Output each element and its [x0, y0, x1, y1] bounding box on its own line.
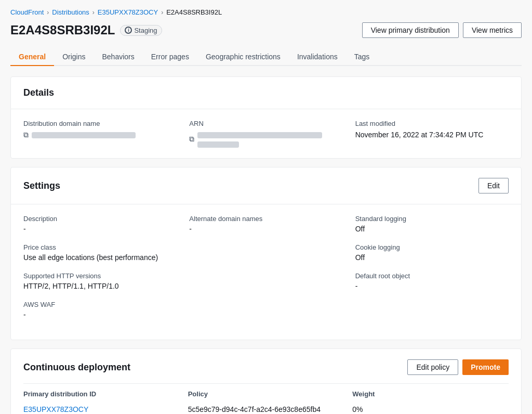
arn-field: ARN ⧉ — [189, 120, 342, 148]
cookie-logging-group: Cookie logging Off — [355, 243, 509, 262]
arn-value-line2 — [197, 141, 239, 148]
domain-name-label: Distribution domain name — [23, 120, 177, 127]
aws-waf-value: - — [23, 310, 177, 319]
cd-col-header-policy: Policy — [188, 390, 344, 398]
details-grid: Distribution domain name ⧉ ARN ⧉ Last mo… — [23, 120, 509, 148]
aws-waf-label: AWS WAF — [23, 301, 177, 308]
details-section: Details Distribution domain name ⧉ ARN ⧉ — [10, 76, 522, 159]
aws-waf-group: AWS WAF - — [23, 301, 177, 319]
alternate-domain-label: Alternate domain names — [189, 215, 342, 223]
domain-name-value — [32, 132, 136, 138]
settings-col-3: Standard logging Off Cookie logging Off … — [355, 215, 509, 329]
http-versions-value: HTTP/2, HTTP/1.1, HTTP/1.0 — [23, 282, 177, 290]
arn-value-line1 — [197, 132, 322, 138]
description-group: Description - — [23, 215, 177, 233]
http-versions-group: Supported HTTP versions HTTP/2, HTTP/1.1… — [23, 272, 177, 290]
http-versions-label: Supported HTTP versions — [23, 272, 177, 280]
settings-divider — [11, 204, 521, 204]
details-divider — [11, 109, 521, 109]
last-modified-value: November 16, 2022 at 7:34:42 PM UTC — [355, 131, 509, 139]
tab-invalidations[interactable]: Invalidations — [289, 48, 346, 66]
view-metrics-button[interactable]: View metrics — [463, 22, 522, 38]
cd-col-header-weight: Weight — [352, 390, 509, 398]
settings-col-1: Description - Price class Use all edge l… — [23, 215, 177, 329]
tab-general[interactable]: General — [10, 48, 54, 66]
tab-geographic-restrictions[interactable]: Geographic restrictions — [197, 48, 289, 66]
cd-title: Continuous deployment — [23, 362, 130, 373]
price-class-value: Use all edge locations (best performance… — [23, 253, 177, 262]
breadcrumb-sep-2: › — [92, 9, 95, 16]
page-title: E2A4S8SRB3I92L — [10, 23, 115, 37]
domain-name-field: Distribution domain name ⧉ — [23, 120, 177, 148]
settings-title: Settings — [23, 180, 60, 191]
price-class-group: Price class Use all edge locations (best… — [23, 243, 177, 262]
staging-badge: i Staging — [120, 25, 162, 36]
settings-section: Settings Edit Description - Price class … — [10, 167, 522, 340]
tab-tags[interactable]: Tags — [346, 48, 378, 66]
tabs: General Origins Behaviors Error pages Ge… — [10, 48, 522, 66]
breadcrumb-sep-3: › — [161, 9, 163, 16]
standard-logging-value: Off — [355, 225, 509, 233]
edit-policy-button[interactable]: Edit policy — [407, 359, 458, 375]
cd-table-header: Primary distribution ID Policy Weight — [23, 383, 509, 401]
copy-domain-icon[interactable]: ⧉ — [23, 131, 29, 139]
last-modified-label: Last modified — [355, 120, 509, 127]
cd-policy-value: 5c5e9c79-d94c-4c7f-a2c4-6e93c8e65fb4 — [188, 405, 344, 413]
details-title: Details — [23, 87, 54, 98]
breadcrumb-cloudfront[interactable]: CloudFront — [10, 8, 44, 16]
settings-grid: Description - Price class Use all edge l… — [23, 215, 509, 329]
settings-col-2: Alternate domain names - — [189, 215, 342, 329]
breadcrumb-distributions[interactable]: Distributions — [52, 8, 89, 16]
cd-col-header-primary-id: Primary distribution ID — [23, 390, 180, 398]
copy-arn-icon[interactable]: ⧉ — [189, 135, 194, 144]
page-title-area: E2A4S8SRB3I92L i Staging — [10, 23, 162, 37]
cookie-logging-label: Cookie logging — [355, 243, 509, 251]
description-label: Description — [23, 215, 177, 223]
cd-table-row: E35UPXX78Z3OCY 5c5e9c79-d94c-4c7f-a2c4-6… — [23, 401, 509, 414]
domain-name-copy-field: ⧉ — [23, 131, 177, 139]
tab-behaviors[interactable]: Behaviors — [94, 48, 143, 66]
alternate-domain-value: - — [189, 225, 342, 233]
cookie-logging-value: Off — [355, 253, 509, 262]
arn-label: ARN — [189, 120, 342, 127]
breadcrumb-sep-1: › — [47, 9, 49, 16]
default-root-object-label: Default root object — [355, 272, 509, 280]
page-header: E2A4S8SRB3I92L i Staging View primary di… — [10, 22, 522, 38]
tab-origins[interactable]: Origins — [54, 48, 94, 66]
tab-error-pages[interactable]: Error pages — [143, 48, 197, 66]
header-actions: View primary distribution View metrics — [362, 22, 522, 38]
description-value: - — [23, 225, 177, 233]
info-icon: i — [125, 27, 132, 34]
breadcrumb-current: E2A4S8SRB3I92L — [166, 8, 222, 16]
last-modified-field: Last modified November 16, 2022 at 7:34:… — [355, 120, 509, 148]
breadcrumb-primary-dist[interactable]: E35UPXX78Z3OCY — [98, 8, 158, 16]
staging-badge-label: Staging — [134, 27, 157, 34]
cd-actions: Edit policy Promote — [407, 359, 509, 375]
standard-logging-group: Standard logging Off — [355, 215, 509, 233]
continuous-deployment-section: Continuous deployment Edit policy Promot… — [10, 348, 522, 414]
view-primary-distribution-button[interactable]: View primary distribution — [362, 22, 459, 38]
cd-header: Continuous deployment Edit policy Promot… — [23, 359, 509, 375]
promote-button[interactable]: Promote — [462, 359, 509, 375]
primary-dist-id-link[interactable]: E35UPXX78Z3OCY — [23, 405, 88, 413]
edit-settings-button[interactable]: Edit — [478, 178, 509, 193]
price-class-label: Price class — [23, 243, 177, 251]
standard-logging-label: Standard logging — [355, 215, 509, 223]
alternate-domain-group: Alternate domain names - — [189, 215, 342, 233]
default-root-object-group: Default root object - — [355, 272, 509, 290]
default-root-object-value: - — [355, 282, 509, 290]
breadcrumb: CloudFront › Distributions › E35UPXX78Z3… — [10, 8, 522, 16]
arn-copy-field: ⧉ — [189, 131, 342, 148]
details-header: Details — [23, 87, 509, 98]
cd-primary-id-value: E35UPXX78Z3OCY — [23, 405, 180, 413]
cd-weight-value: 0% — [352, 405, 509, 413]
settings-header: Settings Edit — [23, 178, 509, 193]
